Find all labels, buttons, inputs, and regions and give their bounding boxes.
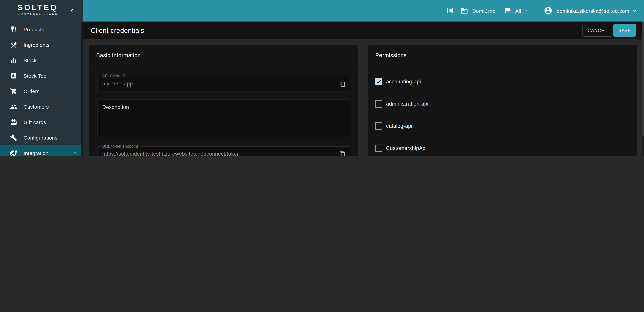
content-area: Basic Information API Client ID URL toke…	[84, 39, 644, 156]
permissions-title: Permissions	[368, 45, 637, 66]
topbar-divider	[536, 4, 536, 18]
wrench-icon	[10, 134, 17, 141]
sidebar-collapse-button[interactable]	[68, 8, 75, 14]
barcode-scanner-icon	[446, 7, 454, 14]
permission-label: administration-api	[386, 101, 428, 107]
api-client-id-input[interactable]	[98, 76, 350, 91]
account-circle-icon	[544, 6, 552, 15]
copy-icon	[339, 80, 346, 87]
checkbox-unchecked[interactable]	[375, 144, 382, 152]
sidebar-item-gift-cards[interactable]: Gift cards	[0, 114, 84, 130]
sidebar-item-stock[interactable]: Stock	[0, 52, 84, 68]
sidebar-item-label: Customers	[24, 104, 49, 110]
brand-logo: SOLTEQ COMMERCE CLOUD	[18, 3, 58, 16]
app-root: SOLTEQ COMMERCE CLOUD ProductsIngredient…	[0, 0, 644, 156]
basic-information-title: Basic Information	[89, 45, 358, 66]
sidebar-item-stock-tool[interactable]: Stock Tool	[0, 68, 84, 84]
chevron-left-icon	[68, 8, 75, 14]
sidebar-menu: ProductsIngredientsStockStock ToolOrders…	[0, 22, 84, 156]
permissions-list: accounting-apiadministration-apicatalog-…	[368, 66, 637, 156]
company-selector-button[interactable]	[461, 7, 468, 14]
user-avatar[interactable]	[544, 6, 552, 15]
page-scrollbar[interactable]	[642, 22, 644, 156]
permission-label: CustomershipApi	[386, 145, 427, 151]
sidebar-item-label: Stock Tool	[24, 73, 48, 78]
assessment-icon	[10, 72, 17, 79]
globe-lock-icon	[10, 150, 17, 156]
sidebar-item-label: Ingredients	[24, 42, 50, 48]
sidebar-item-label: Stock	[24, 57, 37, 63]
storefront-icon	[504, 7, 512, 14]
page-actions: CANCEL SAVE	[582, 24, 636, 37]
barcode-scanner-button[interactable]	[446, 7, 454, 14]
copy-icon	[339, 151, 346, 156]
permission-row-customershipapi[interactable]: CustomershipApi	[375, 137, 630, 156]
sidebar-scrollbar[interactable]	[81, 22, 83, 156]
sidebar-item-label: Products	[24, 26, 44, 32]
company-name[interactable]: DomiCmp	[472, 8, 496, 14]
brand-tagline: COMMERCE CLOUD	[18, 12, 58, 16]
user-menu-dropdown[interactable]	[632, 8, 637, 14]
url-token-endpoint-input[interactable]	[98, 146, 350, 156]
logo-area: SOLTEQ COMMERCE CLOUD	[0, 0, 84, 22]
topbar: DomiCmp All dominika.sikorska@solteq.com	[84, 0, 644, 22]
chevron-up-icon	[72, 150, 78, 156]
building-icon	[461, 7, 468, 14]
save-button[interactable]: SAVE	[614, 24, 636, 37]
shopping-cart-icon	[10, 88, 17, 95]
sidebar-item-ingredients[interactable]: Ingredients	[0, 37, 84, 52]
basic-information-fields: API Client ID URL token endpoint	[89, 76, 358, 156]
checkbox-unchecked[interactable]	[375, 100, 382, 108]
api-client-id-field: API Client ID	[97, 76, 350, 92]
gift-card-icon	[10, 118, 17, 126]
cancel-button[interactable]: CANCEL	[582, 24, 612, 37]
permission-row-catalog-api[interactable]: catalog-api	[375, 115, 630, 137]
bar-chart-icon	[10, 57, 17, 64]
people-icon	[10, 103, 17, 110]
basic-information-panel: Basic Information API Client ID URL toke…	[89, 45, 358, 156]
store-filter-dropdown[interactable]	[523, 8, 528, 14]
description-input[interactable]	[98, 100, 350, 137]
checkbox-checked[interactable]	[375, 78, 382, 86]
permissions-panel: Permissions accounting-apiadministration…	[368, 45, 637, 156]
page-header: Client credentials CANCEL SAVE	[84, 22, 644, 39]
checkbox-unchecked[interactable]	[375, 122, 382, 130]
sidebar-item-customers[interactable]: Customers	[0, 99, 84, 114]
description-field	[97, 100, 350, 137]
user-email[interactable]: dominika.sikorska@solteq.com	[557, 8, 629, 14]
page-scrollbar-thumb[interactable]	[642, 22, 644, 136]
restaurant-icon	[10, 26, 17, 33]
chevron-down-icon	[523, 8, 528, 14]
sidebar-item-configurations[interactable]: Configurations	[0, 130, 84, 145]
permission-label: accounting-api	[386, 79, 421, 85]
sidebar-item-label: Configurations	[24, 135, 58, 140]
sidebar-item-label: Integration	[24, 150, 48, 156]
url-token-endpoint-field: URL token endpoint	[97, 146, 350, 156]
sidebar-item-products[interactable]: Products	[0, 22, 84, 37]
permission-row-accounting-api[interactable]: accounting-api	[375, 70, 630, 93]
brand-name: SOLTEQ	[18, 3, 58, 12]
sidebar-item-label: Orders	[24, 88, 40, 94]
chevron-down-icon	[632, 8, 637, 14]
store-selector-button[interactable]	[504, 7, 512, 14]
copy-api-client-id-button[interactable]	[339, 80, 346, 87]
store-filter-value[interactable]: All	[515, 8, 521, 14]
sidebar-item-orders[interactable]: Orders	[0, 84, 84, 99]
restaurant-menu-icon	[10, 41, 17, 48]
sidebar-item-label: Gift cards	[24, 119, 46, 125]
permission-label: catalog-api	[386, 123, 412, 129]
sidebar-item-integration[interactable]: Integration	[0, 145, 84, 156]
page-title: Client credentials	[91, 26, 144, 34]
permission-row-administration-api[interactable]: administration-api	[375, 93, 630, 115]
copy-url-token-endpoint-button[interactable]	[339, 151, 346, 156]
main-area: DomiCmp All dominika.sikorska@solteq.com…	[84, 0, 644, 156]
sidebar: SOLTEQ COMMERCE CLOUD ProductsIngredient…	[0, 0, 84, 156]
